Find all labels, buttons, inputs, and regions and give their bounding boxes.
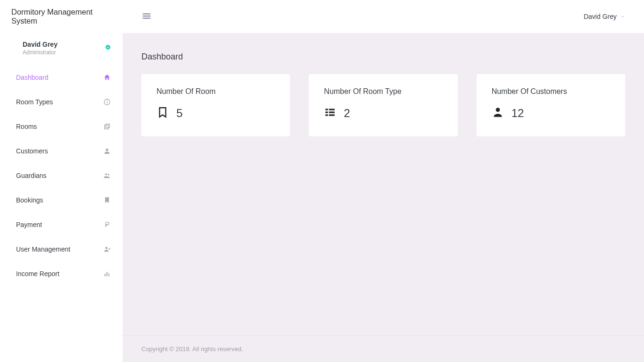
sidebar-item-label: Income Report: [16, 270, 59, 278]
person-solid-icon: [492, 106, 504, 120]
card-value: 5: [176, 107, 182, 120]
profile-role: Administrator: [23, 49, 58, 56]
currency-icon: [103, 220, 111, 229]
page-footer: Copyright © 2019. All rights reserved.: [123, 336, 644, 362]
home-icon: [103, 73, 111, 82]
sidebar-item-label: Bookings: [16, 196, 43, 204]
svg-rect-20: [326, 114, 328, 116]
sidebar-item-guardians[interactable]: Guardians: [6, 165, 117, 186]
bookmark-outline-icon: [157, 106, 169, 120]
svg-rect-17: [329, 109, 335, 110]
card-customers: Number Of Customers 12: [477, 74, 625, 136]
svg-rect-16: [326, 109, 328, 110]
user-menu-name: David Grey: [584, 13, 617, 20]
sidebar-item-label: Rooms: [16, 123, 37, 130]
footer-text: Copyright © 2019. All rights reserved.: [141, 345, 243, 353]
content-area: Dashboard Number Of Room 5 Number Of Roo…: [123, 33, 644, 336]
sidebar-item-rooms[interactable]: Rooms: [6, 116, 117, 137]
menu-toggle-button[interactable]: [141, 11, 152, 23]
user-menu[interactable]: David Grey: [584, 13, 625, 20]
svg-rect-15: [143, 17, 151, 18]
svg-rect-14: [143, 16, 151, 17]
svg-rect-13: [143, 13, 151, 14]
sidebar-item-label: Customers: [16, 147, 48, 155]
card-title: Number Of Customers: [492, 87, 610, 96]
chevron-down-icon: [620, 13, 625, 20]
bookmark-icon: [103, 196, 111, 204]
card-title: Number Of Room Type: [324, 87, 442, 96]
sidebar-item-label: User Management: [16, 245, 70, 253]
sidebar-item-payment[interactable]: Payment: [6, 214, 117, 235]
svg-rect-2: [107, 101, 107, 103]
svg-rect-5: [105, 125, 108, 129]
verified-icon: [105, 44, 111, 52]
svg-rect-11: [107, 272, 107, 276]
copy-icon: [103, 122, 111, 131]
sidebar-profile[interactable]: David Grey Administrator: [0, 33, 123, 65]
svg-rect-18: [326, 111, 328, 113]
sidebar-item-label: Guardians: [16, 172, 47, 179]
sidebar-item-user-management[interactable]: User Management: [6, 239, 117, 260]
people-icon: [103, 171, 111, 180]
topbar: David Grey: [123, 0, 644, 33]
profile-name: David Grey: [23, 41, 58, 48]
sidebar-item-bookings[interactable]: Bookings: [6, 190, 117, 210]
sidebar-item-customers[interactable]: Customers: [6, 141, 117, 161]
sidebar-item-label: Room Types: [16, 98, 53, 106]
svg-rect-21: [329, 114, 335, 116]
card-room-types: Number Of Room Type 2: [309, 74, 457, 136]
svg-marker-0: [105, 44, 111, 50]
info-icon: [103, 98, 111, 106]
svg-point-7: [105, 173, 107, 175]
svg-rect-19: [329, 111, 335, 113]
svg-rect-4: [106, 124, 109, 128]
brand-title: Dormitory Management System: [0, 0, 123, 33]
card-value: 12: [512, 107, 524, 120]
sidebar-item-label: Dashboard: [16, 74, 49, 81]
sidebar-item-room-types[interactable]: Room Types: [6, 92, 117, 112]
svg-rect-10: [105, 274, 106, 276]
menu-icon: [141, 16, 152, 23]
card-title: Number Of Room: [157, 87, 275, 96]
svg-point-8: [108, 174, 109, 175]
svg-point-9: [105, 247, 107, 249]
sidebar-item-income-report[interactable]: Income Report: [6, 263, 117, 284]
sidebar-item-label: Payment: [16, 221, 42, 228]
sidebar-item-dashboard[interactable]: Dashboard: [6, 67, 117, 88]
bar-chart-icon: [103, 269, 111, 278]
sidebar: Dormitory Management System David Grey A…: [0, 0, 123, 362]
sidebar-nav: Dashboard Room Types Rooms Customers: [0, 65, 123, 286]
person-icon: [103, 147, 111, 155]
svg-rect-12: [108, 273, 109, 277]
cards-row: Number Of Room 5 Number Of Room Type: [141, 74, 625, 136]
card-rooms: Number Of Room 5: [141, 74, 290, 136]
svg-rect-3: [107, 100, 107, 101]
list-icon: [324, 106, 336, 120]
svg-point-22: [495, 108, 500, 112]
person-add-icon: [103, 245, 111, 253]
page-title: Dashboard: [141, 52, 625, 62]
svg-point-6: [106, 149, 108, 151]
card-value: 2: [344, 107, 350, 120]
